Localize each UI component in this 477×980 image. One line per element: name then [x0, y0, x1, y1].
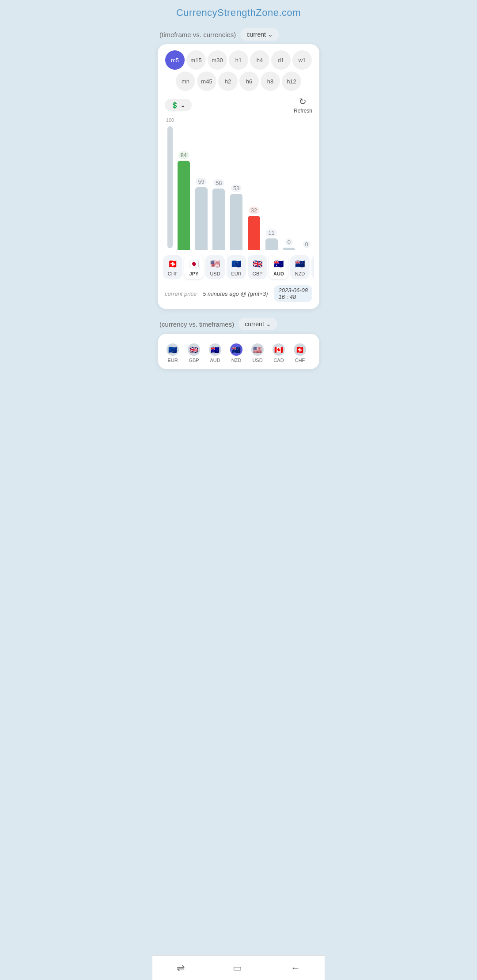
bar-label-gbp: 32 — [249, 207, 259, 214]
currency-code-aud: AUD — [273, 271, 284, 276]
tf-btn-m5[interactable]: m5 — [165, 50, 185, 70]
back-icon: ← — [291, 962, 300, 973]
bottom-flag-cad: 🇨🇦 — [273, 343, 285, 356]
page-title: CurrencyStrengthZone.com — [152, 0, 325, 23]
bar-gbp — [248, 216, 260, 250]
section1-label: (timeframe vs. currencies) current ⌄ — [159, 28, 318, 41]
bar-jpy — [195, 187, 208, 250]
refresh-button[interactable]: ↻ Refresh — [294, 96, 312, 114]
section2-dropdown[interactable]: current ⌄ — [238, 318, 277, 330]
bar-label-usd: 58 — [213, 179, 224, 187]
section1-label-text: (timeframe vs. currencies) — [159, 31, 236, 38]
bottom-flag-eur: 🇪🇺 — [167, 343, 179, 356]
currency-tab-usd[interactable]: 🇺🇸USD — [205, 255, 225, 279]
nav-swap-button[interactable]: ⇌ — [170, 959, 192, 977]
bottom-item-aud[interactable]: 🇦🇺AUD — [205, 343, 225, 363]
bottom-item-chf[interactable]: 🇨🇭CHF — [290, 343, 310, 363]
bottom-flag-aud: 🇦🇺 — [209, 343, 221, 356]
tf-btn-h8[interactable]: h8 — [261, 72, 280, 91]
bottom-flag-chf: 🇨🇭 — [294, 343, 306, 356]
footer-time: 5 minutes ago @ (gmt+3) — [203, 290, 268, 297]
bottom-flag-nzd: 🇳🇿 — [230, 343, 242, 356]
tf-btn-h4[interactable]: h4 — [250, 50, 269, 70]
bar-usd — [212, 188, 225, 250]
chart-footer: current price 5 minutes ago @ (gmt+3) 20… — [163, 285, 314, 302]
bar-label-empty-nzd: 0 — [285, 238, 293, 246]
bar-col-nzd: 0 — [282, 117, 297, 250]
bottom-code-eur: EUR — [167, 358, 178, 363]
tf-btn-w1[interactable]: w1 — [292, 50, 312, 70]
bottom-code-nzd: NZD — [231, 358, 242, 363]
bar-col-aud: 11 — [264, 117, 279, 250]
flag-nzd: 🇳🇿 — [294, 258, 306, 270]
bar-nzd — [283, 248, 295, 250]
refresh-icon: ↻ — [299, 96, 307, 107]
flag-usd: 🇺🇸 — [209, 258, 221, 270]
tf-btn-m15[interactable]: m15 — [186, 50, 206, 70]
currency-code-gbp: GBP — [252, 271, 262, 276]
currency-code-usd: USD — [210, 271, 220, 276]
tf-btn-h1[interactable]: h1 — [229, 50, 248, 70]
nav-back-button[interactable]: ← — [284, 959, 307, 977]
nav-bar: ⇌ ▭ ← — [152, 955, 325, 980]
bottom-code-usd: USD — [252, 358, 262, 363]
main-card: m5m15m30h1h4d1w1mnm45h2h6h8h12 💲 ⌄ ↻ Ref… — [158, 44, 319, 309]
bar-col-eur: 53 — [229, 117, 244, 250]
currency-tab-nzd[interactable]: 🇳🇿NZD — [290, 255, 310, 279]
bars-container: 84595853321100 — [176, 117, 314, 250]
currency-code-eur: EUR — [231, 271, 241, 276]
section1-dropdown[interactable]: current ⌄ — [240, 28, 279, 41]
currency-tab-cad[interactable]: 🇨🇦CAD — [311, 255, 314, 279]
bottom-item-gbp[interactable]: 🇬🇧GBP — [184, 343, 204, 363]
tf-btn-d1[interactable]: d1 — [271, 50, 291, 70]
bottom-item-nzd[interactable]: 🇳🇿NZD — [227, 343, 246, 363]
tf-btn-mn[interactable]: mn — [176, 72, 195, 91]
scale-bar — [167, 126, 173, 248]
bar-eur — [230, 194, 242, 250]
tf-btn-h12[interactable]: h12 — [282, 72, 301, 91]
bottom-item-jpy[interactable]: 🇯🇵JPY — [311, 343, 314, 363]
section2-label: (currency vs. timeframes) current ⌄ — [159, 318, 318, 330]
bottom-item-usd[interactable]: 🇺🇸USD — [248, 343, 267, 363]
bottom-flag-gbp: 🇬🇧 — [188, 343, 200, 356]
flag-jpy: 🇯🇵 — [188, 258, 200, 270]
bottom-flag-usd: 🇺🇸 — [251, 343, 264, 356]
tf-btn-h6[interactable]: h6 — [239, 72, 259, 91]
footer-date-badge: 2023-06-08 16 : 48 — [274, 285, 312, 302]
bar-label-aud: 11 — [266, 229, 276, 237]
currency-selector-button[interactable]: 💲 ⌄ — [165, 99, 192, 111]
chart-area: 100 84595853321100 — [163, 117, 314, 250]
bar-col-jpy: 59 — [194, 117, 209, 250]
nav-home-button[interactable]: ▭ — [226, 959, 249, 977]
footer-current-price: current price — [165, 290, 197, 297]
currency-code-nzd: NZD — [295, 271, 305, 276]
currency-tab-chf[interactable]: 🇨🇭CHF — [163, 255, 182, 279]
currency-tab-aud[interactable]: 🇦🇺AUD — [269, 255, 288, 279]
tf-btn-h2[interactable]: h2 — [218, 72, 238, 91]
currency-selector-icon: 💲 — [171, 102, 178, 109]
scale-top-label: 100 — [166, 117, 174, 123]
tf-btn-m45[interactable]: m45 — [197, 72, 216, 91]
timeframe-grid: m5m15m30h1h4d1w1mnm45h2h6h8h12 — [163, 50, 314, 91]
bar-col-chf: 84 — [176, 117, 191, 250]
currency-tab-jpy[interactable]: 🇯🇵JPY — [184, 255, 204, 279]
bar-col-gbp: 32 — [246, 117, 261, 250]
bar-chf — [178, 161, 190, 250]
bottom-card: 🇪🇺EUR🇬🇧GBP🇦🇺AUD🇳🇿NZD🇺🇸USD🇨🇦CAD🇨🇭CHF🇯🇵JPY — [158, 334, 319, 369]
flag-gbp: 🇬🇧 — [251, 258, 264, 270]
currency-tabs: 🇨🇭CHF🇯🇵JPY🇺🇸USD🇪🇺EUR🇬🇧GBP🇦🇺AUD🇳🇿NZD🇨🇦CAD — [163, 255, 314, 281]
bottom-item-cad[interactable]: 🇨🇦CAD — [269, 343, 288, 363]
bottom-code-aud: AUD — [210, 358, 220, 363]
currency-tab-gbp[interactable]: 🇬🇧GBP — [248, 255, 267, 279]
bottom-code-chf: CHF — [295, 358, 305, 363]
bar-aud — [265, 238, 278, 250]
swap-icon: ⇌ — [177, 962, 185, 973]
bottom-item-eur[interactable]: 🇪🇺EUR — [163, 343, 182, 363]
tf-btn-m30[interactable]: m30 — [208, 50, 227, 70]
bar-label-empty-cad: 0 — [303, 241, 310, 248]
bar-col-usd: 58 — [212, 117, 227, 250]
currency-tab-eur[interactable]: 🇪🇺EUR — [227, 255, 246, 279]
currency-code-chf: CHF — [168, 271, 178, 276]
chevron-down-icon: ⌄ — [180, 102, 186, 109]
flag-chf: 🇨🇭 — [167, 258, 179, 270]
